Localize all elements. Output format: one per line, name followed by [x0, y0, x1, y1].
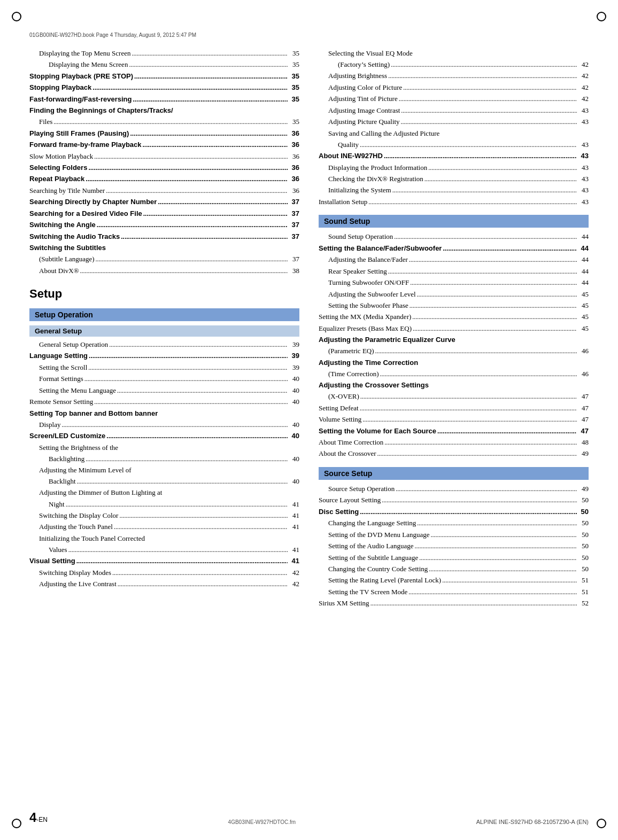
toc-entry: Adjusting Picture Quality ..............…: [319, 116, 589, 127]
page-number: 4-EN: [29, 810, 48, 825]
subsection-header: General Setup: [29, 325, 299, 337]
left-column: Displaying the Top Menu Screen .........…: [29, 48, 299, 609]
toc-entry: About the Crossover ....................…: [319, 448, 589, 459]
entry-fill: ........................................…: [60, 420, 288, 430]
entry-page: 40: [288, 453, 299, 464]
entry-text: Remote Sensor Setting: [29, 396, 93, 407]
footer-file-ref: 4GB03INE-W927HDTOC.fm: [228, 819, 296, 825]
entry-fill: ........................................…: [427, 163, 577, 173]
entry-fill: ........................................…: [93, 152, 288, 162]
entry-text: Adjusting the Parametric Equalizer Curve: [319, 334, 455, 345]
entry-fill: ........................................…: [428, 564, 577, 574]
toc-entry: About INE-W927HD .......................…: [319, 150, 589, 161]
toc-entry: Switching the Display Color ............…: [29, 510, 299, 521]
entry-page: 41: [288, 521, 299, 532]
toc-entry: Setting of the Audio Language ..........…: [319, 540, 589, 551]
entry-page: 36: [288, 162, 299, 173]
entry-fill: ........................................…: [442, 244, 577, 254]
entry-text: Setting of the Audio Language: [328, 540, 414, 551]
toc-entry: Setting the Subwoofer Phase ............…: [319, 300, 589, 311]
entry-text: Checking the DivX® Registration: [328, 173, 423, 184]
entry-page: 39: [288, 339, 299, 350]
entry-fill: ........................................…: [409, 278, 577, 288]
toc-entry: Adjusting the Crossover Settings: [319, 379, 589, 391]
entry-text: Values: [49, 544, 67, 555]
entry-text: About INE-W927HD: [319, 150, 383, 161]
entry-fill: ........................................…: [408, 255, 577, 265]
entry-text: (Subtitle Language): [39, 253, 95, 265]
toc-entry: Backlighting ...........................…: [29, 453, 299, 464]
entry-text: Source Setup Operation: [328, 483, 395, 494]
entry-fill: ........................................…: [87, 363, 288, 373]
entry-fill: ........................................…: [52, 117, 288, 127]
entry-text: Setting the Scroll: [39, 362, 87, 373]
entry-text: Night: [49, 499, 65, 510]
toc-entry: Source Layout Setting ..................…: [319, 494, 589, 505]
entry-page: 46: [577, 368, 589, 379]
entry-page: 37: [288, 196, 299, 207]
entry-text: Displaying the Menu Screen: [49, 59, 128, 70]
entry-fill: ........................................…: [111, 568, 288, 578]
entry-fill: ........................................…: [387, 71, 577, 81]
toc-entry: Changing the Country Code Setting ......…: [319, 563, 589, 574]
entry-page: 45: [577, 300, 589, 311]
entry-fill: ........................................…: [142, 209, 288, 219]
toc-entry: Quality ................................…: [319, 139, 589, 150]
entry-fill: ........................................…: [157, 197, 288, 207]
entry-fill: ........................................…: [390, 60, 577, 70]
toc-entry: Adjusting the Time Correction: [319, 357, 589, 368]
toc-entry: Selecting the Visual EQ Mode: [319, 48, 589, 59]
entry-text: About Time Correction: [319, 437, 383, 448]
entry-fill: ........................................…: [367, 197, 577, 207]
entry-fill: ........................................…: [87, 163, 288, 173]
entry-fill: ........................................…: [96, 220, 288, 230]
entry-fill: ........................................…: [105, 186, 288, 196]
section-header: Sound Setup: [319, 215, 589, 228]
toc-entry: Stopping Playback (PRE STOP) ...........…: [29, 71, 299, 82]
entry-text: Backlighting: [49, 453, 84, 464]
entry-text: (X-OVER): [328, 391, 359, 402]
entry-text: Playing Still Frames (Pausing): [29, 128, 129, 139]
entry-text: Displaying the Product Information: [328, 162, 427, 173]
toc-entry: Adjusting the Balance/Fader ............…: [319, 254, 589, 265]
entry-text: Adjusting the Crossover Settings: [319, 379, 429, 391]
entry-page: 51: [577, 586, 589, 597]
entry-fill: ........................................…: [383, 438, 577, 448]
entry-page: 37: [288, 219, 299, 230]
toc-entry: Switching the Subtitles: [29, 242, 299, 253]
toc-entry: Setting of the Subtitle Language .......…: [319, 552, 589, 563]
entry-page: 50: [577, 540, 589, 551]
entry-fill: ........................................…: [84, 174, 288, 184]
entry-text: Displaying the Top Menu Screen: [39, 48, 130, 59]
entry-text: Forward frame-by-frame Playback: [29, 139, 142, 150]
toc-entry: Setting the Menu Language ..............…: [29, 385, 299, 396]
entry-fill: ........................................…: [411, 312, 577, 322]
entry-page: 38: [288, 265, 299, 276]
entry-fill: ........................................…: [391, 185, 577, 196]
entry-text: Slow Motion Playback: [29, 151, 93, 162]
entry-text: Display: [39, 419, 60, 430]
entry-page: 42: [577, 70, 589, 81]
entry-page: 44: [577, 266, 589, 277]
entry-page: 47: [577, 402, 589, 414]
entry-page: 50: [577, 494, 589, 505]
entry-text: Backlight: [49, 476, 76, 487]
toc-entry: Setting the TV Screen Mode .............…: [319, 586, 589, 597]
entry-page: 42: [577, 82, 589, 93]
entry-fill: ........................................…: [83, 374, 288, 384]
toc-entry: Language Setting .......................…: [29, 350, 299, 361]
toc-entry: Visual Setting .........................…: [29, 555, 299, 566]
entry-fill: ........................................…: [395, 484, 577, 494]
entry-text: (Factory’s Setting): [338, 59, 390, 70]
entry-fill: ........................................…: [416, 290, 577, 300]
entry-page: 43: [577, 116, 589, 127]
entry-fill: ........................................…: [414, 541, 577, 551]
entry-text: Switching the Display Color: [39, 510, 118, 521]
toc-entry: Switching the Audio Tracks .............…: [29, 231, 299, 242]
toc-entry: Searching by Title Number ..............…: [29, 185, 299, 196]
entry-page: 35: [288, 82, 299, 93]
toc-entry: Initializing the Touch Panel Corrected: [29, 533, 299, 544]
entry-page: 45: [577, 289, 589, 300]
entry-fill: ........................................…: [387, 267, 577, 277]
entry-fill: ........................................…: [430, 530, 577, 540]
